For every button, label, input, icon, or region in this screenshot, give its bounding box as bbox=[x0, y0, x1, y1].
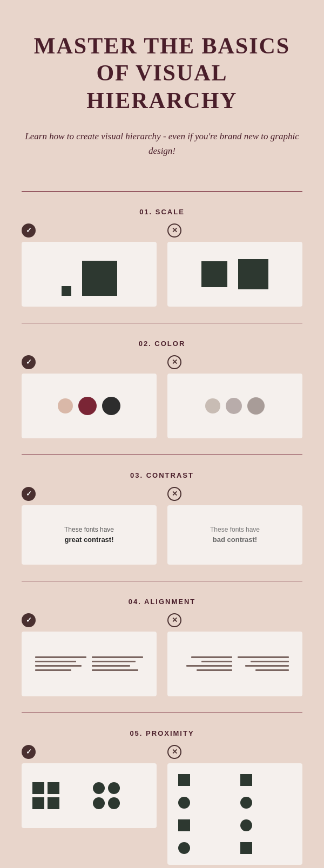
alignment-bad-cols bbox=[181, 656, 289, 671]
alignment-bad-card bbox=[167, 632, 302, 696]
align-line7 bbox=[92, 665, 130, 667]
dot-dark bbox=[78, 397, 97, 415]
contrast-good-card: These fonts have great contrast! bbox=[22, 505, 157, 565]
align-bad-line5 bbox=[238, 656, 289, 658]
prox-bad-sq2 bbox=[240, 774, 252, 786]
contrast-bad-text1: These fonts have bbox=[210, 526, 260, 533]
scale-good-box: ✓ bbox=[22, 223, 157, 307]
bad-badge: ✕ bbox=[167, 223, 181, 238]
divider-bottom-contrast bbox=[22, 581, 302, 581]
prox-good-circles bbox=[93, 782, 146, 809]
prox-bad-sq4 bbox=[240, 842, 252, 854]
prox-bad-sq1 bbox=[178, 774, 190, 786]
alignment-bad-badge: ✕ bbox=[167, 613, 181, 627]
prox-sq2 bbox=[48, 782, 59, 794]
prox-sq4 bbox=[48, 797, 59, 809]
prox-ci-row1 bbox=[93, 782, 146, 794]
color-good-badge: ✓ bbox=[22, 355, 36, 369]
contrast-good-badge: ✓ bbox=[22, 487, 36, 501]
alignment-examples: ✓ bbox=[22, 613, 302, 696]
align-bad-col2 bbox=[238, 656, 289, 671]
prox-bad-ci4 bbox=[178, 842, 190, 854]
color-bad-dots bbox=[205, 397, 265, 415]
proximity-bad-badge: ✕ bbox=[167, 745, 181, 759]
scale-small-square bbox=[62, 286, 71, 296]
prox-bad-ci2 bbox=[240, 797, 252, 809]
proximity-good-badge: ✓ bbox=[22, 745, 36, 759]
scale-medium2-square bbox=[238, 259, 268, 289]
prox-ci-row2 bbox=[93, 797, 146, 809]
divider-bottom-alignment bbox=[22, 713, 302, 713]
contrast-examples: ✓ These fonts have great contrast! ✕ The… bbox=[22, 487, 302, 565]
align-bad-line4 bbox=[197, 669, 233, 671]
dot-gray1 bbox=[205, 398, 220, 413]
prox-sq3 bbox=[32, 797, 44, 809]
align-bad-line6 bbox=[251, 661, 289, 662]
color-good-dots bbox=[58, 397, 120, 415]
proximity-good-card bbox=[22, 763, 157, 828]
contrast-bad-card: These fonts have bad contrast! bbox=[167, 505, 302, 565]
section-title-proximity: 05. PROXIMITY bbox=[22, 729, 302, 737]
color-bad-box: ✕ bbox=[167, 355, 302, 438]
scale-good-card bbox=[22, 242, 157, 307]
align-bad-line8 bbox=[255, 669, 289, 671]
prox-ci4 bbox=[108, 797, 120, 809]
align-good-col2 bbox=[92, 656, 143, 671]
proximity-bad-card bbox=[167, 763, 302, 865]
align-bad-line1 bbox=[191, 656, 232, 658]
section-title-contrast: 03. CONTRAST bbox=[22, 471, 302, 479]
section-color: 02. COLOR ✓ ✕ bbox=[22, 329, 302, 449]
align-line8 bbox=[92, 669, 138, 671]
color-good-box: ✓ bbox=[22, 355, 157, 438]
align-bad-col1 bbox=[181, 656, 232, 671]
prox-ci1 bbox=[93, 782, 105, 794]
color-bad-badge: ✕ bbox=[167, 355, 181, 369]
dot-light bbox=[58, 398, 73, 413]
alignment-good-badge: ✓ bbox=[22, 613, 36, 627]
divider-bottom-color bbox=[22, 455, 302, 455]
contrast-good-text2: great contrast! bbox=[64, 535, 113, 544]
align-line1 bbox=[35, 656, 86, 658]
prox-bad-ci1 bbox=[178, 797, 190, 809]
align-line6 bbox=[92, 661, 136, 662]
contrast-good-box: ✓ These fonts have great contrast! bbox=[22, 487, 157, 565]
section-alignment: 04. ALIGNMENT ✓ bbox=[22, 587, 302, 707]
contrast-bad-text2: bad contrast! bbox=[213, 535, 257, 544]
proximity-good-box: ✓ bbox=[22, 745, 157, 865]
subtitle: Learn how to create visual hierarchy - e… bbox=[22, 129, 302, 158]
dot-darkest bbox=[102, 397, 120, 415]
alignment-good-cols bbox=[35, 656, 143, 671]
prox-sq-row1 bbox=[32, 782, 85, 794]
section-title-scale: 01. SCALE bbox=[22, 208, 302, 216]
prox-ci3 bbox=[93, 797, 105, 809]
align-line3 bbox=[35, 665, 82, 667]
alignment-good-box: ✓ bbox=[22, 613, 157, 696]
contrast-bad-box: ✕ These fonts have bad contrast! bbox=[167, 487, 302, 565]
prox-sq-row2 bbox=[32, 797, 85, 809]
contrast-bad-badge: ✕ bbox=[167, 487, 181, 501]
scale-medium-square bbox=[201, 261, 227, 287]
scale-large-square bbox=[82, 261, 117, 296]
scale-bad-box: ✕ bbox=[167, 223, 302, 307]
contrast-good-text1: These fonts have bbox=[64, 526, 114, 533]
section-scale: 01. SCALE ✓ ✕ bbox=[22, 197, 302, 317]
color-bad-card bbox=[167, 374, 302, 438]
align-bad-line2 bbox=[201, 661, 232, 662]
alignment-good-card bbox=[22, 632, 157, 696]
align-line4 bbox=[35, 669, 71, 671]
main-title: MASTER THE BASICS OF VISUAL HIERARCHY bbox=[22, 32, 302, 114]
divider-bottom-scale bbox=[22, 323, 302, 323]
scale-bad-card bbox=[167, 242, 302, 307]
dot-gray3 bbox=[247, 397, 265, 415]
proximity-examples: ✓ bbox=[22, 745, 302, 865]
prox-bad-ci3 bbox=[240, 819, 252, 831]
divider-top-scale bbox=[22, 191, 302, 192]
align-good-col1 bbox=[35, 656, 86, 671]
section-proximity: 05. PROXIMITY ✓ bbox=[22, 718, 302, 868]
prox-sq1 bbox=[32, 782, 44, 794]
color-examples: ✓ ✕ bbox=[22, 355, 302, 438]
align-bad-line7 bbox=[245, 665, 289, 667]
prox-bad-sq3 bbox=[178, 819, 190, 831]
alignment-bad-box: ✕ bbox=[167, 613, 302, 696]
prox-good-squares bbox=[32, 782, 85, 809]
